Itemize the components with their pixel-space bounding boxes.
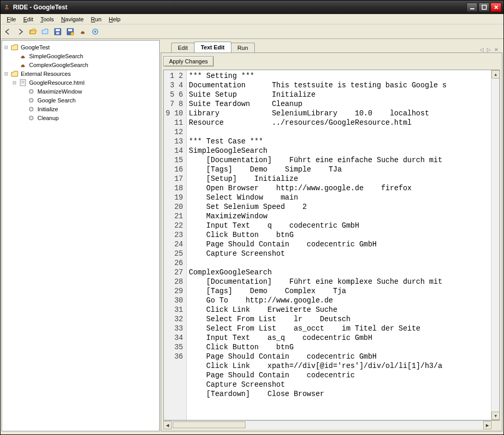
apply-changes-button[interactable]: Apply Changes [163,56,214,67]
svg-point-8 [71,32,74,35]
scroll-left-icon[interactable]: ◀ [163,421,172,429]
tree-item-suite[interactable]: ⊟ GoogleTest [3,43,158,51]
maximize-button[interactable] [479,3,489,12]
editor-panel: Apply Changes 1 2 3 4 5 6 7 8 9 10 11 12… [161,52,502,431]
svg-rect-2 [482,5,486,9]
tree-label: External Resources [20,71,72,77]
expander-icon[interactable]: ⊟ [11,80,18,85]
tab-run[interactable]: Run [231,43,255,52]
tree-label: Google Search [36,97,76,103]
tree-item-keyword[interactable]: Cleanup [3,113,158,122]
tab-text-edit[interactable]: Text Edit [194,42,231,52]
svg-rect-11 [20,80,25,86]
tree-item-external[interactable]: ⊟ External Resources [3,69,158,78]
folder-icon [10,43,19,51]
scroll-thumb[interactable] [173,421,245,428]
save-button[interactable] [53,27,63,37]
svg-point-13 [31,90,32,92]
robot-icon [19,61,27,69]
svg-rect-4 [56,29,60,31]
folder-icon [10,70,19,78]
tree-label: GoogleResource.html [28,80,85,86]
run-tests-button[interactable] [90,27,100,37]
back-button[interactable] [3,27,13,37]
toolbar [1,24,503,39]
tree-item-resource[interactable]: ⊟ GoogleResource.html [3,78,158,87]
titlebar[interactable]: RIDE - GoogleTest [1,1,503,14]
gear-icon [27,87,35,96]
svg-point-17 [31,108,32,110]
tab-prev-icon[interactable]: ◁ [480,47,484,52]
scroll-down-icon[interactable]: ▼ [492,412,500,420]
tree-label: SimpleGoogleSearch [28,53,84,59]
tree-item-keyword[interactable]: Google Search [3,96,158,104]
app-icon [3,3,11,11]
gear-icon [27,114,35,122]
menubar: File Edit Tools Navigate Run Help [1,14,503,24]
open-file-button[interactable] [40,27,50,37]
expander-icon[interactable]: ⊟ [3,71,9,76]
tree-item-keyword[interactable]: MaximizeWindow [3,87,158,96]
scroll-corner [492,421,500,429]
menu-navigate[interactable]: Navigate [58,15,86,23]
close-button[interactable] [490,3,501,12]
minimize-button[interactable] [467,3,477,12]
svg-rect-1 [470,8,474,9]
tree-item-keyword[interactable]: Initialize [3,104,158,113]
gear-icon [27,105,35,113]
svg-point-0 [6,5,8,6]
menu-tools[interactable]: Tools [37,15,57,23]
menu-help[interactable]: Help [106,15,124,23]
tab-close-icon[interactable]: ✕ [494,47,498,52]
gear-icon [27,96,35,104]
horizontal-scrollbar[interactable]: ◀ ▶ [163,420,500,429]
open-folder-button[interactable] [28,27,38,37]
svg-rect-7 [68,29,72,31]
window-title: RIDE - GoogleTest [13,4,467,11]
tab-next-icon[interactable]: ▷ [487,47,491,52]
tree-sidebar[interactable]: ⊟ GoogleTest SimpleGoogleSearch ComplexG… [2,40,160,431]
tree-item-testcase[interactable]: SimpleGoogleSearch [3,51,158,60]
menu-run[interactable]: Run [88,15,105,23]
forward-button[interactable] [15,27,25,37]
scroll-up-icon[interactable]: ▲ [492,70,500,78]
tree-label: GoogleTest [20,44,51,50]
tree-item-testcase[interactable]: ComplexGoogleSearch [3,60,158,69]
svg-point-15 [31,99,32,101]
tree-label: Cleanup [36,115,60,121]
robot-icon [19,52,27,60]
svg-rect-5 [56,32,59,34]
vertical-scrollbar[interactable]: ▲ ▼ [491,70,499,420]
tree-label: MaximizeWindow [36,88,83,95]
code-area[interactable]: *** Setting *** Documentation This tests… [187,70,491,420]
tab-row: Edit Text Edit Run ◁ ▷ ✕ [161,40,502,52]
scroll-right-icon[interactable]: ▶ [483,421,492,429]
svg-point-19 [31,117,32,118]
save-all-button[interactable] [65,27,75,37]
menu-edit[interactable]: Edit [20,15,36,23]
menu-file[interactable]: File [4,15,19,23]
page-icon [19,78,27,87]
line-gutter: 1 2 3 4 5 6 7 8 9 10 11 12 13 14 15 16 1… [164,70,187,420]
text-editor[interactable]: 1 2 3 4 5 6 7 8 9 10 11 12 13 14 15 16 1… [163,70,500,420]
svg-point-10 [94,31,96,33]
expander-icon[interactable]: ⊟ [3,45,9,50]
tab-edit[interactable]: Edit [171,43,195,52]
tree-label: Initialize [36,106,59,112]
robot-icon[interactable] [77,27,88,37]
tree-label: ComplexGoogleSearch [28,62,89,68]
